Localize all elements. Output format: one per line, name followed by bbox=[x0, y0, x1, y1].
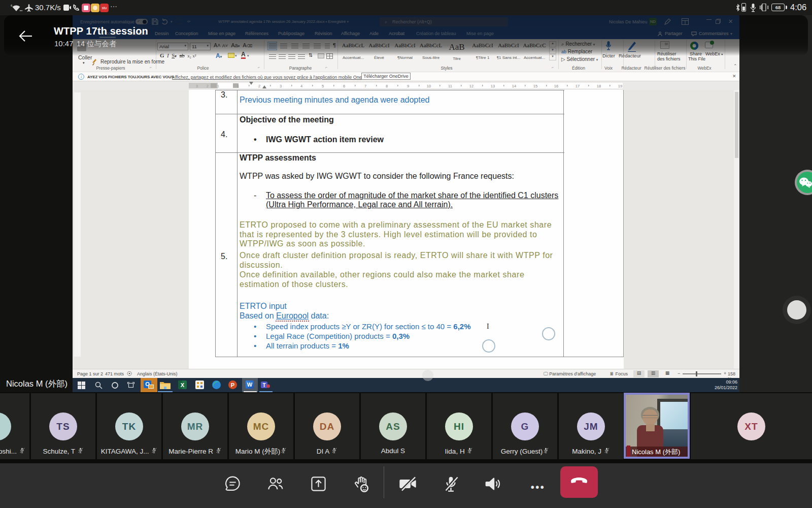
svg-text:1: 1 bbox=[217, 84, 219, 88]
svg-text:P: P bbox=[231, 382, 234, 388]
svg-text:T: T bbox=[262, 383, 265, 388]
svg-text:X: X bbox=[181, 382, 185, 388]
svg-text:11: 11 bbox=[448, 84, 452, 88]
svg-text:5: 5 bbox=[322, 84, 324, 88]
svg-text:19: 19 bbox=[618, 84, 622, 88]
svg-text:6: 6 bbox=[11, 4, 13, 7]
svg-text:3: 3 bbox=[280, 84, 282, 88]
svg-text:9: 9 bbox=[407, 84, 409, 88]
svg-text:7: 7 bbox=[364, 84, 366, 88]
svg-text:15: 15 bbox=[533, 84, 537, 88]
svg-text:16: 16 bbox=[554, 84, 558, 88]
svg-text:10: 10 bbox=[427, 84, 431, 88]
svg-text:13: 13 bbox=[491, 84, 495, 88]
svg-text:14: 14 bbox=[512, 84, 516, 88]
svg-text:4: 4 bbox=[300, 84, 302, 88]
svg-text:17: 17 bbox=[576, 84, 580, 88]
svg-text:2: 2 bbox=[258, 84, 260, 88]
svg-text:8: 8 bbox=[386, 84, 388, 88]
svg-text:3: 3 bbox=[196, 84, 198, 88]
svg-text:6: 6 bbox=[343, 84, 345, 88]
svg-text:18: 18 bbox=[597, 84, 601, 88]
svg-text:12: 12 bbox=[469, 84, 473, 88]
svg-text:1: 1 bbox=[237, 84, 239, 88]
svg-text:2: 2 bbox=[207, 84, 209, 88]
